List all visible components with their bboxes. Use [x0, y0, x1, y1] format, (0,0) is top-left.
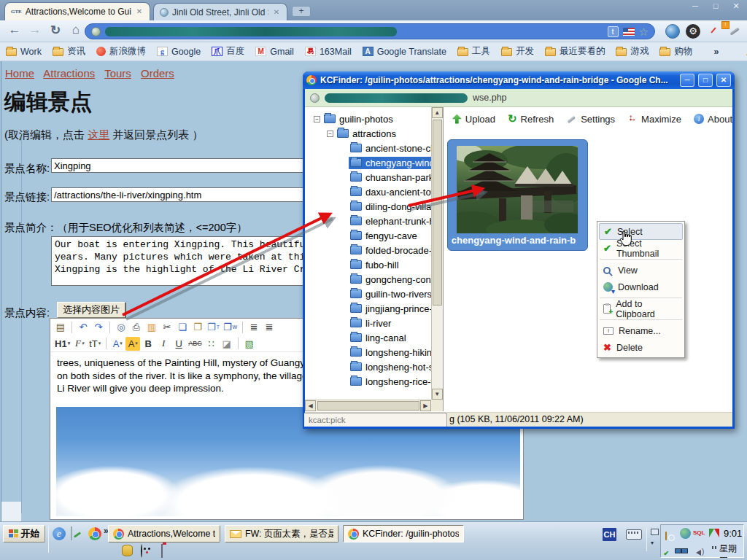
collapse-icon[interactable]: − — [314, 116, 320, 122]
quicklaunch-panda-icon[interactable] — [141, 544, 142, 558]
editor-tool-icon[interactable]: I — [156, 337, 171, 351]
bookmarks-overflow-chevron[interactable]: » — [713, 47, 719, 57]
taskbar-button-mail[interactable]: FW: 页面太素，是否是... — [225, 525, 338, 542]
editor-tool-icon[interactable]: A▾ — [125, 337, 140, 351]
tray-collapse-arrow[interactable]: ▾ — [651, 540, 654, 546]
reload-button[interactable]: ↻ — [47, 23, 64, 38]
tree-item-guilin-photos[interactable]: −guilin-photos — [305, 112, 443, 126]
keyboard-icon[interactable] — [626, 529, 642, 540]
tree-item-ling-canal[interactable]: ling-canal — [305, 330, 443, 345]
menu-item-select-thumbnail[interactable]: Select Thumbnail — [599, 240, 683, 257]
selected-thumbnail-tile[interactable]: chengyang-wind-and-rain-b — [447, 139, 588, 251]
tree-item-chuanshan-park[interactable]: chuanshan-park — [305, 170, 443, 184]
forward-button[interactable]: → — [26, 23, 44, 37]
editor-tool-icon[interactable]: A▾ — [110, 337, 125, 351]
tree-item-daxu-ancient-town[interactable]: daxu-ancient-town — [305, 184, 443, 199]
editor-tool-icon[interactable]: ▥ — [144, 320, 159, 334]
menu-item-download[interactable]: Download — [599, 279, 683, 295]
restore-icon[interactable]: □ — [709, 1, 722, 11]
taskbar-button-kcfinder[interactable]: KCFinder: /guilin-photos/... — [343, 525, 464, 542]
tree-item-attractions[interactable]: −attractions — [305, 126, 443, 141]
new-tab-button[interactable]: + — [292, 6, 311, 17]
quicklaunch-chrome-icon[interactable] — [88, 527, 101, 540]
kcfinder-titlebar[interactable]: KCFinder: /guilin-photos/attractions/che… — [303, 71, 735, 89]
popup-address-bar[interactable]: wse.php — [305, 89, 732, 107]
editor-tool-icon[interactable]: ▧ — [242, 337, 257, 351]
refresh-button[interactable]: Refresh — [508, 112, 554, 125]
tree-item-li-river[interactable]: li-river — [305, 316, 443, 330]
editor-tool-icon[interactable]: ◪ — [220, 337, 234, 351]
editor-tool-icon[interactable]: U — [171, 337, 186, 351]
minimize-icon[interactable]: ─ — [689, 1, 702, 11]
menu-item-rename[interactable]: Rename... — [599, 322, 683, 339]
menu-item-delete[interactable]: Delete — [599, 339, 683, 356]
editor-tool-icon[interactable]: ≣ — [247, 320, 261, 334]
tab-jinli[interactable]: Jinli Old Street, Jinli Old Street — [153, 3, 287, 20]
quicklaunch-notepad-icon[interactable] — [71, 526, 72, 540]
quicklaunch-spray-icon[interactable] — [161, 544, 163, 558]
bookmark-item[interactable]: Work — [6, 45, 42, 58]
scroll-right-icon[interactable]: ▶ — [420, 400, 431, 411]
editor-tool-icon[interactable]: F▾ — [72, 337, 87, 351]
tree-item-chengyang-wind-an[interactable]: chengyang-wind-an — [305, 155, 443, 170]
editor-tool-icon[interactable]: ≣ — [262, 320, 276, 334]
bookmark-item[interactable]: 购物 — [659, 45, 692, 58]
back-button[interactable]: ← — [6, 23, 23, 37]
editor-tool-icon[interactable]: ❐ — [190, 320, 205, 334]
language-indicator[interactable]: CH — [603, 528, 616, 541]
tree-item-gongcheng-confucia[interactable]: gongcheng-confucia — [305, 272, 443, 287]
tree-item-jingjiang-prince-city[interactable]: jingjiang-prince-city — [305, 301, 443, 316]
collapse-icon[interactable]: − — [327, 131, 333, 137]
scroll-up-icon[interactable]: ▲ — [432, 107, 443, 118]
about-button[interactable]: i About — [694, 114, 732, 125]
flag-icon[interactable] — [623, 28, 635, 36]
scrollbar-thumb[interactable] — [433, 120, 442, 306]
editor-tool-icon[interactable]: ▤ — [53, 320, 68, 334]
maximize-button[interactable]: ↔↔ Maximize — [627, 114, 681, 125]
close-button[interactable]: ✕ — [716, 74, 731, 87]
editor-tool-icon[interactable]: ❐W — [222, 320, 239, 334]
bookmark-item[interactable]: 最近要看的 — [545, 45, 605, 58]
editor-tool-icon[interactable]: ❐T — [206, 320, 221, 334]
tree-item-ancient-stone-city[interactable]: ancient-stone-city — [305, 141, 443, 155]
bookmark-item[interactable]: 资讯 — [53, 45, 85, 58]
editor-tool-icon[interactable]: ⎙ — [129, 320, 144, 334]
tree-item-fubo-hill[interactable]: fubo-hill — [305, 257, 443, 272]
bookmark-item[interactable]: 易163Mail — [305, 45, 352, 58]
scroll-down-icon[interactable]: ▼ — [432, 389, 443, 400]
bookmark-item[interactable]: AGoogle Translate — [363, 45, 446, 58]
bookmark-item[interactable]: 工具 — [457, 45, 490, 58]
tree-horizontal-scrollbar[interactable]: ◀ ▶ — [305, 400, 431, 411]
close-icon[interactable] — [135, 7, 144, 16]
nav-orders[interactable]: Orders — [141, 67, 174, 79]
tree-item-diling-dong-village[interactable]: diling-dong-village — [305, 199, 443, 214]
maximize-button[interactable]: □ — [698, 74, 713, 87]
nav-attractions[interactable]: Attractions — [43, 67, 95, 79]
menu-item-view[interactable]: View — [599, 262, 683, 279]
close-icon[interactable] — [272, 8, 281, 17]
address-bar[interactable]: t — [85, 23, 655, 39]
bookmark-star-icon[interactable] — [639, 26, 649, 37]
bookmark-item[interactable]: 游戏 — [616, 45, 649, 58]
tab-attractions[interactable]: GTE Attractions,Welcome to Guilin — [4, 2, 150, 20]
tree-item-elephant-trunk-hill[interactable]: elephant-trunk-hill — [305, 214, 443, 228]
editor-tool-icon[interactable]: B — [141, 337, 155, 351]
nav-home[interactable]: Home — [5, 67, 34, 79]
start-button[interactable]: 开始 — [3, 525, 45, 542]
tray-clock-icon[interactable] — [665, 532, 667, 540]
bookmark-item[interactable]: gGoogle — [157, 45, 201, 58]
bookmark-item[interactable]: MGmail — [255, 45, 294, 58]
bookmark-item[interactable]: 新浪微博 — [96, 45, 146, 58]
tray-sql-icon[interactable]: SQL — [693, 528, 704, 539]
scrollbar-thumb[interactable] — [317, 401, 419, 411]
home-button[interactable]: ⌂ — [67, 23, 85, 37]
editor-tool-icon[interactable]: ❏ — [175, 320, 190, 334]
bookmark-item[interactable]: 开发 — [501, 45, 534, 58]
tree-item-folded-brocade-hill[interactable]: folded-brocade-hill — [305, 243, 443, 257]
quicklaunch-database-icon[interactable] — [122, 545, 133, 556]
bookmark-item[interactable]: 爪百度 — [212, 45, 244, 58]
editor-tool-icon[interactable]: ↶ — [76, 320, 90, 334]
tree-vertical-scrollbar[interactable]: ▲ ▼ — [431, 107, 443, 400]
scroll-left-icon[interactable]: ◀ — [305, 400, 316, 411]
editor-tool-icon[interactable]: ∷ — [204, 337, 219, 351]
